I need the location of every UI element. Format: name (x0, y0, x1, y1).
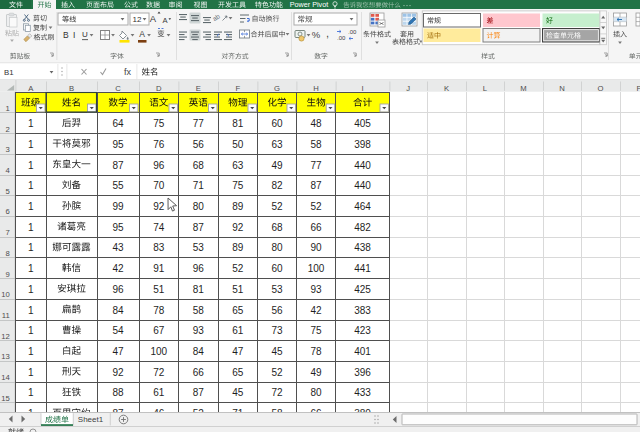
svg-text:F: F (235, 84, 240, 93)
svg-text:92: 92 (232, 222, 244, 233)
svg-text:12: 12 (133, 15, 142, 24)
svg-text:91: 91 (153, 263, 165, 274)
svg-text:13: 13 (1, 352, 10, 361)
svg-text:52: 52 (311, 201, 323, 212)
svg-text:63: 63 (271, 139, 283, 150)
svg-text:405: 405 (354, 118, 371, 129)
svg-text:82: 82 (271, 180, 283, 191)
svg-text:.00: .00 (337, 35, 346, 41)
svg-text:81: 81 (232, 118, 244, 129)
svg-text:G: G (274, 84, 280, 93)
svg-text:65: 65 (232, 305, 244, 316)
svg-text:51: 51 (232, 284, 244, 295)
svg-text:92: 92 (153, 201, 165, 212)
svg-text:87: 87 (193, 387, 205, 398)
svg-text:1: 1 (28, 160, 34, 171)
svg-text:72: 72 (271, 387, 283, 398)
svg-text:93: 93 (311, 284, 323, 295)
svg-text:77: 77 (311, 160, 323, 171)
svg-text:1: 1 (28, 263, 34, 274)
svg-text:58: 58 (311, 139, 323, 150)
svg-text:D: D (156, 84, 162, 93)
svg-text:6: 6 (6, 207, 10, 216)
svg-text:B: B (63, 30, 69, 40)
svg-text:56: 56 (271, 305, 283, 316)
svg-text:47: 47 (112, 346, 124, 357)
svg-text:1: 1 (6, 104, 10, 113)
svg-text:4: 4 (6, 166, 11, 175)
svg-text:66: 66 (311, 222, 323, 233)
svg-text:425: 425 (354, 284, 371, 295)
svg-text:E: E (196, 84, 201, 93)
svg-text:78: 78 (311, 346, 323, 357)
svg-text:,: , (326, 27, 329, 39)
svg-text:B1: B1 (4, 68, 14, 77)
svg-text:87: 87 (311, 180, 323, 191)
svg-text:11: 11 (2, 311, 10, 320)
svg-text:50: 50 (232, 139, 244, 150)
svg-text:12: 12 (1, 332, 10, 341)
svg-text:1: 1 (28, 180, 34, 191)
svg-text:92: 92 (112, 367, 124, 378)
svg-text:C: C (115, 84, 121, 93)
svg-text:89: 89 (232, 201, 244, 212)
svg-text:O: O (598, 84, 604, 93)
svg-text:1: 1 (28, 118, 34, 129)
svg-text:83: 83 (153, 242, 165, 253)
svg-text:I: I (73, 30, 75, 40)
svg-text:89: 89 (232, 242, 244, 253)
svg-text:64: 64 (112, 118, 124, 129)
svg-text:53: 53 (271, 284, 283, 295)
svg-text:54: 54 (112, 325, 124, 336)
svg-text:80: 80 (193, 201, 205, 212)
svg-text:438: 438 (354, 242, 371, 253)
svg-text:423: 423 (354, 325, 371, 336)
svg-text:52: 52 (232, 263, 244, 274)
svg-text:P: P (636, 84, 640, 93)
svg-text:88: 88 (112, 387, 124, 398)
svg-text:J: J (406, 84, 410, 93)
svg-text:45: 45 (271, 346, 283, 357)
svg-text:1: 1 (28, 305, 34, 316)
svg-text:100: 100 (308, 263, 325, 274)
svg-text:440: 440 (354, 180, 371, 191)
svg-text:80: 80 (271, 242, 283, 253)
svg-text:53: 53 (193, 242, 205, 253)
svg-text:63: 63 (232, 160, 244, 171)
svg-text:1: 1 (28, 346, 34, 357)
svg-text:48: 48 (311, 118, 323, 129)
svg-text:95: 95 (112, 222, 124, 233)
svg-text:9: 9 (6, 270, 10, 279)
svg-text:Sheet1: Sheet1 (78, 415, 104, 424)
svg-text:52: 52 (271, 367, 283, 378)
svg-text:383: 383 (354, 305, 371, 316)
svg-text:1: 1 (28, 284, 34, 295)
svg-text:1: 1 (28, 367, 34, 378)
svg-text:K: K (444, 84, 450, 93)
svg-text:51: 51 (153, 284, 165, 295)
svg-text:A: A (139, 29, 145, 39)
svg-text:B: B (69, 84, 74, 93)
svg-text:49: 49 (271, 160, 283, 171)
svg-text:.00: .00 (348, 29, 357, 35)
svg-text:43: 43 (112, 242, 124, 253)
svg-text:75: 75 (153, 118, 165, 129)
svg-text:401: 401 (354, 346, 371, 357)
svg-text:99: 99 (112, 201, 124, 212)
svg-text:A: A (150, 13, 157, 24)
svg-text:N: N (559, 84, 565, 93)
svg-text:42: 42 (112, 263, 124, 274)
svg-text:49: 49 (311, 367, 323, 378)
svg-text:%: % (312, 29, 321, 40)
svg-text:8: 8 (6, 249, 10, 258)
svg-text:95: 95 (112, 139, 124, 150)
svg-text:45: 45 (232, 387, 244, 398)
svg-text:433: 433 (354, 387, 371, 398)
svg-text:55: 55 (112, 180, 124, 191)
svg-text:396: 396 (354, 367, 371, 378)
svg-text:72: 72 (153, 367, 165, 378)
svg-text:1: 1 (28, 222, 34, 233)
svg-text:56: 56 (193, 139, 205, 150)
svg-text:61: 61 (153, 387, 165, 398)
svg-text:78: 78 (153, 305, 165, 316)
